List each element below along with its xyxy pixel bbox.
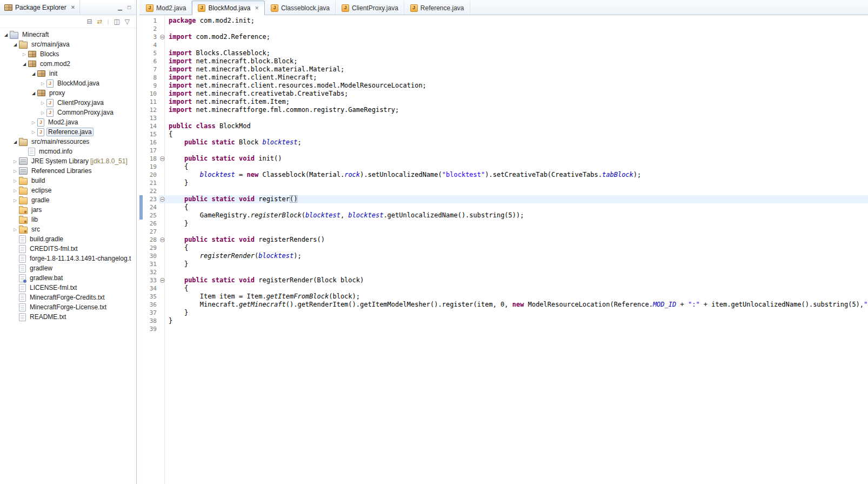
- code-line-3[interactable]: 3import com.mod2.Reference;: [139, 33, 868, 41]
- tree-item-readme-txt[interactable]: README.txt: [0, 312, 136, 322]
- line-number[interactable]: 9: [143, 82, 159, 90]
- view-menu-icon[interactable]: ▽: [125, 18, 130, 25]
- tab-mod2-java[interactable]: JMod2.java: [140, 1, 192, 15]
- tree-item-init[interactable]: init: [0, 69, 136, 78]
- tree-item-mod2-java[interactable]: JMod2.java: [0, 117, 136, 127]
- tree-item-build-gradle[interactable]: build.gradle: [0, 234, 136, 244]
- code-line-31[interactable]: 31 }: [139, 260, 868, 268]
- tree-item-blocks[interactable]: Blocks: [0, 49, 136, 59]
- line-number[interactable]: 33: [143, 276, 159, 284]
- tree-item-src[interactable]: src: [0, 224, 136, 234]
- code-line-36[interactable]: 36 Minecraft.getMinecraft().getRenderIte…: [139, 301, 868, 309]
- code-line-19[interactable]: 19 {: [139, 163, 868, 171]
- tree-item-jre-system-library[interactable]: JRE System Library [jdk1.8.0_51]: [0, 156, 136, 166]
- tree-item-clientproxy-java[interactable]: JClientProxy.java: [0, 98, 136, 108]
- code-line-5[interactable]: 5import Blocks.Classeblock;: [139, 49, 868, 57]
- link-with-editor-icon[interactable]: ⇄: [97, 18, 103, 25]
- expander-collapsed-icon[interactable]: [11, 165, 19, 176]
- tree-item-eclipse[interactable]: eclipse: [0, 185, 136, 195]
- tree-item-proxy[interactable]: proxy: [0, 88, 136, 98]
- line-number[interactable]: 39: [143, 325, 159, 333]
- code-line-39[interactable]: 39: [139, 325, 868, 333]
- code-line-21[interactable]: 21 }: [139, 179, 868, 187]
- tab-reference-java[interactable]: JReference.java: [404, 1, 470, 15]
- line-number[interactable]: 1: [143, 17, 159, 25]
- code-line-29[interactable]: 29 {: [139, 244, 868, 252]
- expander-expanded-icon[interactable]: [11, 136, 19, 147]
- line-number[interactable]: 31: [143, 260, 159, 268]
- line-number[interactable]: 20: [143, 171, 159, 179]
- fold-collapse-icon[interactable]: [160, 156, 165, 161]
- tree-item-src-main-ressources[interactable]: src/main/ressources: [0, 137, 136, 147]
- expander-expanded-icon[interactable]: [11, 39, 19, 50]
- expander-collapsed-icon[interactable]: [21, 49, 28, 59]
- tree-item-com-mod2[interactable]: com.mod2: [0, 59, 136, 69]
- tree-item-credits-fml-txt[interactable]: CREDITS-fml.txt: [0, 244, 136, 254]
- line-number[interactable]: 12: [143, 106, 159, 114]
- line-number[interactable]: 18: [143, 155, 159, 163]
- code-line-30[interactable]: 30 registerRender(blocktest);: [139, 252, 868, 260]
- line-number[interactable]: 24: [143, 203, 159, 211]
- line-number[interactable]: 34: [143, 284, 159, 293]
- code-line-17[interactable]: 17: [139, 147, 868, 155]
- code-line-1[interactable]: 1package com.mod2.init;: [139, 17, 868, 25]
- expander-expanded-icon[interactable]: [30, 68, 37, 79]
- line-number[interactable]: 35: [143, 293, 159, 301]
- code-line-22[interactable]: 22: [139, 187, 868, 195]
- code-line-7[interactable]: 7import net.minecraft.block.material.Mat…: [139, 65, 868, 74]
- code-line-14[interactable]: 14public class BlockMod: [139, 122, 868, 130]
- code-line-2[interactable]: 2: [139, 25, 868, 33]
- line-number[interactable]: 25: [143, 211, 159, 220]
- code-line-9[interactable]: 9import net.minecraft.client.resources.m…: [139, 82, 868, 90]
- tree-item-referenced-libraries[interactable]: Referenced Libraries: [0, 166, 136, 176]
- line-number[interactable]: 7: [143, 65, 159, 74]
- tab-clientproxy-java[interactable]: JClientProxy.java: [336, 1, 404, 15]
- fold-collapse-icon[interactable]: [160, 237, 165, 242]
- tree-item-minecraftforge-license-txt[interactable]: MinecraftForge-License.txt: [0, 302, 136, 312]
- expander-collapsed-icon[interactable]: [39, 97, 46, 108]
- code-line-32[interactable]: 32: [139, 268, 868, 276]
- view-filters-icon[interactable]: ◫: [113, 18, 119, 25]
- expander-collapsed-icon[interactable]: [30, 117, 37, 128]
- code-line-20[interactable]: 20 blocktest = new Classeblock(Material.…: [139, 171, 868, 179]
- line-number[interactable]: 5: [143, 49, 159, 57]
- line-number[interactable]: 37: [143, 309, 159, 317]
- line-number[interactable]: 23: [143, 195, 159, 203]
- expander-collapsed-icon[interactable]: [11, 195, 19, 205]
- maximize-view-icon[interactable]: □: [128, 5, 131, 10]
- line-number[interactable]: 6: [143, 57, 159, 65]
- tree-item-build[interactable]: build: [0, 176, 136, 185]
- expander-expanded-icon[interactable]: [21, 58, 28, 69]
- code-line-16[interactable]: 16 public static Block blocktest;: [139, 138, 868, 147]
- code-line-11[interactable]: 11import net.minecraft.item.Item;: [139, 98, 868, 106]
- line-number[interactable]: 27: [143, 228, 159, 236]
- code-line-12[interactable]: 12import net.minecraftforge.fml.common.r…: [139, 106, 868, 114]
- expander-expanded-icon[interactable]: [2, 29, 10, 40]
- expander-collapsed-icon[interactable]: [11, 224, 19, 235]
- code-line-4[interactable]: 4: [139, 41, 868, 49]
- line-number[interactable]: 15: [143, 130, 159, 138]
- code-line-10[interactable]: 10import net.minecraft.creativetab.Creat…: [139, 90, 868, 98]
- expander-collapsed-icon[interactable]: [30, 127, 37, 137]
- tree-item-forge-1-8-11-14-3-1491-changelog-t[interactable]: forge-1.8-11.14.3.1491-changelog.t: [0, 254, 136, 263]
- code-line-18[interactable]: 18 public static void init(): [139, 155, 868, 163]
- fold-collapse-icon[interactable]: [160, 35, 165, 39]
- line-number[interactable]: 29: [143, 244, 159, 252]
- line-number[interactable]: 22: [143, 187, 159, 195]
- package-explorer-view-tab[interactable]: Package Explorer ✕: [0, 0, 80, 15]
- tree-item-src-main-java[interactable]: src/main/java: [0, 39, 136, 49]
- expander-collapsed-icon[interactable]: [11, 185, 19, 196]
- tree-item-jars[interactable]: jars: [0, 205, 136, 215]
- tree-item-license-fml-txt[interactable]: LICENSE-fml.txt: [0, 283, 136, 293]
- line-number[interactable]: 10: [143, 90, 159, 98]
- tab-classeblock-java[interactable]: JClasseblock.java: [265, 1, 336, 15]
- expander-collapsed-icon[interactable]: [39, 78, 46, 89]
- expander-collapsed-icon[interactable]: [11, 156, 19, 167]
- code-line-34[interactable]: 34 {: [139, 284, 868, 293]
- line-number[interactable]: 11: [143, 98, 159, 106]
- code-line-13[interactable]: 13: [139, 114, 868, 122]
- code-line-15[interactable]: 15{: [139, 130, 868, 138]
- tree-item-gradle[interactable]: gradle: [0, 195, 136, 205]
- line-number[interactable]: 19: [143, 163, 159, 171]
- tree-item-minecraftforge-credits-txt[interactable]: MinecraftForge-Credits.txt: [0, 293, 136, 302]
